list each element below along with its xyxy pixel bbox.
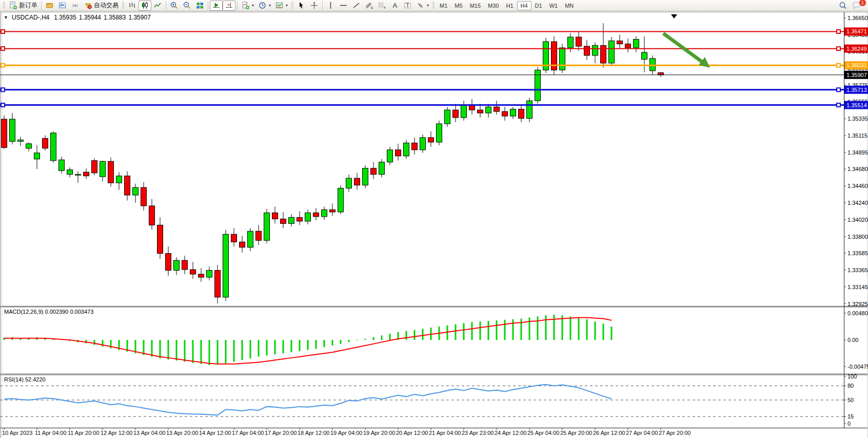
line-end-marker[interactable] xyxy=(1,47,5,50)
candle-body xyxy=(313,213,319,216)
line-end-marker[interactable] xyxy=(1,103,5,107)
price-axis-label: 1.35115 xyxy=(847,132,867,139)
toolbar-drag-handle[interactable] xyxy=(3,2,5,9)
timeframe-button-MN[interactable]: MN xyxy=(561,1,577,10)
chat-button[interactable]: 1 xyxy=(850,1,863,11)
timeframe-button-M15[interactable]: M15 xyxy=(466,1,484,10)
toolbar-drag-handle[interactable] xyxy=(291,2,293,9)
candle-body xyxy=(199,274,204,277)
new-order-button[interactable]: 新订单 xyxy=(7,1,40,11)
time-axis-label: 19 Apr 20:00 xyxy=(363,430,395,436)
candle-body xyxy=(625,44,631,48)
candle-body xyxy=(75,175,81,176)
bar-chart-mode-button[interactable] xyxy=(126,1,139,11)
price-line-badge-label: 1.35907 xyxy=(846,72,867,78)
auto-trading-button[interactable]: 自动交易 xyxy=(82,1,121,11)
price-line-badge-label: 1.36471 xyxy=(846,28,867,34)
time-axis-label: 25 Apr 04:00 xyxy=(527,430,559,436)
periods-button[interactable]: ▾ xyxy=(256,1,273,11)
svg-text:E: E xyxy=(371,6,373,9)
time-axis-label: 19 Apr 04:00 xyxy=(330,430,362,436)
candle-body xyxy=(34,153,40,159)
line-end-marker[interactable] xyxy=(837,103,840,107)
new-order-icon xyxy=(9,1,17,10)
templates-button[interactable]: ▾ xyxy=(273,1,290,11)
line-end-marker[interactable] xyxy=(1,30,5,33)
candle-body xyxy=(149,206,155,225)
candle-body xyxy=(617,41,623,44)
timeframe-button-H1[interactable]: H1 xyxy=(502,1,517,10)
equidistant-channel-tool-button[interactable]: E xyxy=(363,1,376,11)
timeframe-button-D1[interactable]: D1 xyxy=(531,1,546,10)
text-label-icon: T xyxy=(403,1,412,10)
chart-shift-button[interactable] xyxy=(223,1,235,11)
line-end-marker[interactable] xyxy=(837,64,840,67)
macd-axis-label: -0.004758 xyxy=(847,364,868,370)
candle-body xyxy=(609,41,615,63)
tile-windows-button[interactable] xyxy=(193,1,206,11)
separator xyxy=(322,1,323,10)
search-button[interactable] xyxy=(836,1,850,11)
time-axis-label: 12 Apr 12:00 xyxy=(101,430,132,436)
time-axis-label: 27 Apr 04:00 xyxy=(626,430,658,436)
ohlc-high: 1.35944 xyxy=(79,14,101,21)
candle-body xyxy=(26,144,32,148)
timeframe-button-M5[interactable]: M5 xyxy=(451,1,466,10)
candle-body xyxy=(67,170,73,175)
auto-trading-label: 自动交易 xyxy=(94,1,119,10)
crosshair-tool-button[interactable] xyxy=(308,1,321,11)
text-tool-button[interactable]: A xyxy=(388,1,401,11)
candle-body xyxy=(289,217,294,223)
line-end-marker[interactable] xyxy=(837,47,840,50)
horizontal-line-tool-button[interactable] xyxy=(337,1,350,11)
zoom-in-button[interactable] xyxy=(168,1,181,11)
arrows-tool-button[interactable]: ▾ xyxy=(414,1,431,11)
timeframe-button-W1[interactable]: W1 xyxy=(546,1,562,10)
trendline-tool-button[interactable] xyxy=(350,1,363,11)
bar-chart-icon xyxy=(128,1,136,10)
vertical-line-tool-button[interactable] xyxy=(324,1,337,11)
toolbar-drag-handle[interactable] xyxy=(122,2,124,9)
line-end-marker[interactable] xyxy=(837,88,840,91)
market-watch-button[interactable] xyxy=(43,1,56,11)
cursor-tool-button[interactable] xyxy=(295,1,308,11)
candle-body xyxy=(43,138,48,148)
crosshair-icon xyxy=(310,1,319,10)
candle-body xyxy=(453,110,459,118)
fibonacci-tool-button[interactable]: F xyxy=(376,1,388,11)
time-axis-label: 20 Apr 12:00 xyxy=(396,430,428,436)
time-axis-label: 11 Apr 04:00 xyxy=(35,430,67,436)
candle-body xyxy=(379,162,385,175)
zoom-out-button[interactable] xyxy=(181,1,193,11)
toolbar-drag-handle[interactable] xyxy=(432,2,435,9)
market-watch-icon xyxy=(45,1,54,10)
timeframe-button-M1[interactable]: M1 xyxy=(436,1,451,10)
signals-button[interactable] xyxy=(69,1,82,11)
candle-body xyxy=(510,109,516,116)
separator xyxy=(41,1,42,10)
candle-body xyxy=(166,254,171,271)
collapse-triangle-icon[interactable]: ▼ xyxy=(4,15,8,20)
line-end-marker[interactable] xyxy=(1,88,5,91)
price-axis-label: 1.33145 xyxy=(847,284,868,290)
timeframe-button-group: M1M5M15M30H1H4D1W1MN xyxy=(436,1,577,10)
candlestick-mode-button[interactable] xyxy=(139,1,151,11)
text-label-tool-button[interactable]: T xyxy=(401,1,414,11)
candle-body xyxy=(223,234,229,297)
timeframe-button-M30[interactable]: M30 xyxy=(484,1,502,10)
macd-axis-label: 0.00 xyxy=(847,337,858,343)
svg-text:T: T xyxy=(406,3,409,8)
price-axis-label: 1.35335 xyxy=(847,116,868,122)
zoom-in-icon xyxy=(170,1,179,10)
chart-window-button[interactable] xyxy=(56,1,69,11)
time-axis-label: 26 Apr 12:00 xyxy=(593,430,625,436)
rsi-axis-label: 100 xyxy=(847,373,857,379)
line-end-marker[interactable] xyxy=(837,30,840,33)
auto-scroll-button[interactable] xyxy=(210,1,223,11)
line-end-marker[interactable] xyxy=(1,64,5,67)
line-chart-mode-button[interactable] xyxy=(151,1,164,11)
candle-body xyxy=(412,143,418,149)
indicators-button[interactable]: ▾ xyxy=(239,1,256,11)
timeframe-button-H4[interactable]: H4 xyxy=(517,1,531,10)
chart-canvas[interactable]: 1.366501.364301.362101.359901.357751.355… xyxy=(0,0,868,438)
